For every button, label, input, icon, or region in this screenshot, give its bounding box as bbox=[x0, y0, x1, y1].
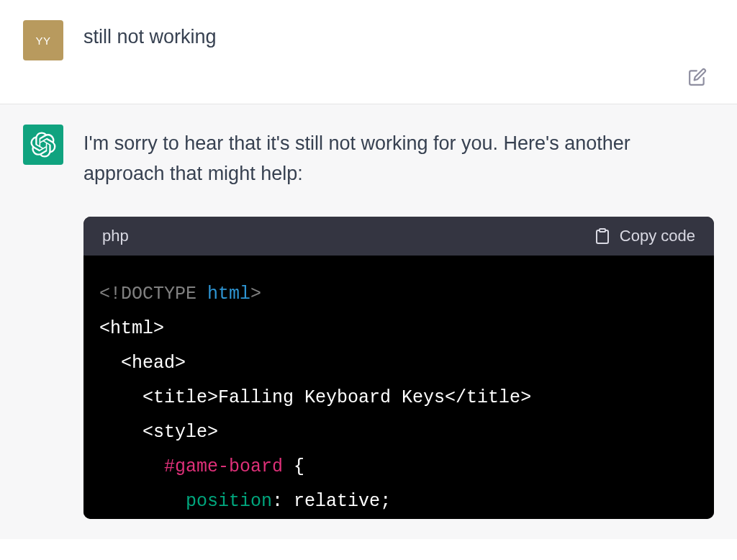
assistant-message: I'm sorry to hear that it's still not wo… bbox=[0, 104, 737, 539]
assistant-text: I'm sorry to hear that it's still not wo… bbox=[83, 129, 714, 189]
user-avatar: YY bbox=[23, 20, 63, 60]
user-message: YY still not working bbox=[0, 0, 737, 104]
clipboard-icon bbox=[594, 227, 611, 245]
copy-code-button[interactable]: Copy code bbox=[594, 227, 695, 245]
user-content: still not working bbox=[83, 20, 714, 60]
user-text: still not working bbox=[83, 24, 714, 50]
code-header: php Copy code bbox=[83, 217, 714, 256]
code-language-label: php bbox=[102, 227, 129, 245]
svg-rect-0 bbox=[600, 229, 605, 232]
assistant-avatar bbox=[23, 125, 63, 165]
user-avatar-initials: YY bbox=[35, 35, 50, 47]
code-body: <!DOCTYPE html> <html> <head> <title>Fal… bbox=[83, 256, 714, 519]
copy-code-label: Copy code bbox=[620, 227, 695, 245]
edit-icon bbox=[688, 68, 707, 86]
openai-logo-icon bbox=[30, 132, 56, 158]
edit-button[interactable] bbox=[687, 66, 708, 88]
code-block: php Copy code <!DOCTYPE html> <html> <he… bbox=[83, 217, 714, 519]
assistant-content: I'm sorry to hear that it's still not wo… bbox=[83, 125, 714, 519]
